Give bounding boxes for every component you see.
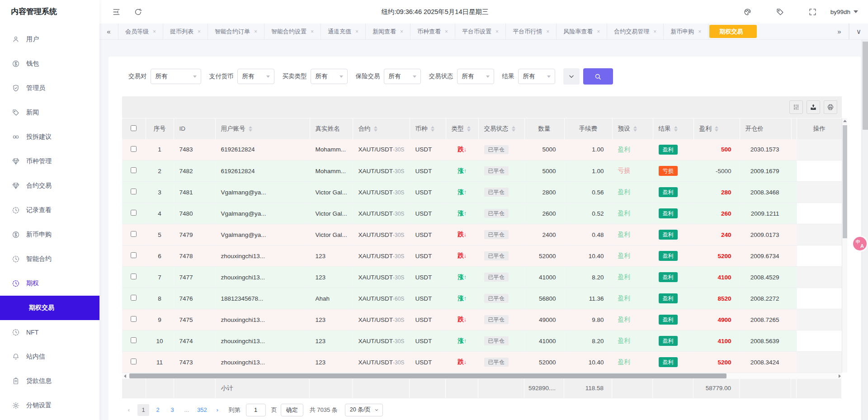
page-scroll-thumb[interactable] — [863, 42, 868, 130]
page-button[interactable]: ‹ — [123, 404, 135, 416]
column-header[interactable] — [791, 118, 797, 139]
tab[interactable]: 智能合约设置 × — [264, 24, 321, 39]
filter-select[interactable]: 所有 — [384, 69, 421, 84]
search-button[interactable] — [583, 68, 613, 85]
tab[interactable]: 会员等级 × — [118, 24, 163, 39]
print-button[interactable] — [824, 100, 837, 114]
tab[interactable]: 期权交易 — [709, 25, 757, 38]
confirm-button[interactable]: 确定 — [281, 404, 303, 416]
refresh-icon[interactable] — [131, 5, 145, 19]
sidebar-item[interactable]: NFT — [0, 320, 99, 344]
tab-close-icon[interactable]: × — [546, 28, 549, 35]
tab[interactable]: 平台币设置 × — [455, 24, 506, 39]
tab[interactable]: 新币申购 × — [664, 24, 708, 39]
sort-icon[interactable] — [674, 126, 678, 132]
tab-close-icon[interactable]: × — [355, 28, 359, 35]
sidebar-item[interactable]: 管理员 — [0, 76, 99, 100]
column-header[interactable]: 合约 — [353, 118, 410, 139]
select-all-checkbox[interactable] — [131, 125, 137, 131]
tabs-menu-icon[interactable]: ∨ — [849, 24, 868, 39]
filter-select[interactable]: 所有 — [518, 69, 555, 84]
tab-close-icon[interactable]: × — [495, 28, 499, 35]
tab-close-icon[interactable]: × — [254, 28, 257, 35]
tabs-scroll-left-icon[interactable]: « — [99, 24, 118, 39]
tab-close-icon[interactable]: × — [198, 28, 201, 35]
sort-icon[interactable] — [374, 126, 377, 132]
tab-close-icon[interactable]: × — [597, 28, 600, 35]
filter-select[interactable]: 所有 — [237, 69, 274, 84]
row-checkbox[interactable] — [131, 359, 137, 364]
sort-icon[interactable] — [633, 126, 637, 132]
sidebar-item[interactable]: 期权 — [0, 271, 99, 296]
export-button[interactable] — [807, 100, 820, 114]
sidebar-item[interactable]: 投拆建议 — [0, 125, 99, 149]
row-checkbox[interactable] — [131, 167, 137, 173]
sidebar-item[interactable]: 新闻 — [0, 100, 99, 125]
column-header[interactable]: 用户账号 — [215, 118, 310, 139]
row-checkbox[interactable] — [131, 337, 137, 343]
sort-icon[interactable] — [249, 126, 252, 132]
row-checkbox[interactable] — [131, 146, 137, 152]
column-header[interactable]: 交易状态 — [478, 118, 524, 139]
row-checkbox[interactable] — [131, 295, 137, 301]
scroll-left-icon[interactable] — [124, 374, 126, 378]
sort-icon[interactable] — [715, 126, 718, 132]
column-header[interactable]: 数量 — [524, 118, 564, 139]
tab-close-icon[interactable]: × — [153, 28, 156, 35]
sidebar-item[interactable]: 新币申购 — [0, 222, 99, 247]
column-header[interactable]: 真实姓名 — [310, 118, 353, 139]
tab-close-icon[interactable]: × — [653, 28, 656, 35]
vertical-scroll-thumb[interactable] — [843, 125, 847, 238]
tab-close-icon[interactable]: × — [311, 28, 314, 35]
sidebar-item[interactable]: 钱包 — [0, 52, 99, 76]
column-header[interactable]: 类型 — [446, 118, 478, 139]
tab-close-icon[interactable]: × — [400, 28, 403, 35]
column-header[interactable]: 开仓价 — [740, 118, 791, 139]
page-size-select[interactable]: 20 条/页 — [345, 404, 383, 416]
sort-icon[interactable] — [467, 126, 471, 132]
tag-icon[interactable] — [774, 5, 787, 19]
table-vertical-scrollbar[interactable] — [842, 118, 847, 373]
theme-palette-icon[interactable] — [741, 5, 755, 19]
page-button[interactable]: ... — [181, 404, 193, 416]
scroll-up-icon[interactable] — [843, 120, 847, 122]
column-header[interactable]: 序号 — [146, 118, 174, 139]
tab[interactable]: 通道充值 × — [321, 24, 366, 39]
row-checkbox[interactable] — [131, 231, 137, 237]
row-checkbox[interactable] — [131, 316, 137, 322]
column-header[interactable]: 盈利 — [693, 118, 740, 139]
column-settings-button[interactable] — [789, 100, 803, 114]
sidebar-item[interactable]: 币种管理 — [0, 149, 99, 174]
sidebar-item[interactable]: 分销设置 — [0, 393, 99, 418]
column-header[interactable]: ID — [174, 118, 215, 139]
sort-icon[interactable] — [512, 126, 515, 132]
column-header[interactable]: 手续费 — [564, 118, 612, 139]
tab[interactable]: 风险率查看 × — [557, 24, 607, 39]
sidebar-item[interactable]: 用户 — [0, 27, 99, 52]
tab-close-icon[interactable]: × — [698, 28, 701, 35]
page-button[interactable]: 352 — [195, 404, 209, 416]
sidebar-item[interactable]: 记录查看 — [0, 198, 99, 222]
tab[interactable]: 新闻查看 × — [366, 24, 410, 39]
sidebar-item[interactable]: 智能合约 — [0, 247, 99, 271]
page-button[interactable]: 2 — [152, 404, 164, 416]
tabs-scroll-right-icon[interactable]: » — [830, 24, 849, 39]
sidebar-item[interactable]: 站内信 — [0, 344, 99, 369]
translate-floating-button[interactable]: 中 A — [853, 237, 867, 250]
tab[interactable]: 平台币行情 × — [506, 24, 557, 39]
table-horizontal-scrollbar[interactable] — [122, 373, 842, 379]
goto-page-input[interactable] — [246, 404, 266, 416]
user-menu[interactable]: by99dh — [830, 9, 858, 15]
page-scrollbar[interactable] — [862, 40, 868, 420]
row-checkbox[interactable] — [131, 252, 137, 258]
column-header[interactable]: 操作 — [797, 118, 842, 139]
column-header[interactable]: 结果 — [653, 118, 693, 139]
sidebar-item[interactable]: 合约交易 — [0, 174, 99, 198]
tab[interactable]: 智能合约订单 × — [208, 24, 264, 39]
sidebar-item[interactable]: 贷款信息 — [0, 369, 99, 393]
filter-expand-button[interactable] — [563, 68, 580, 85]
tab[interactable]: 币种查看 × — [410, 24, 455, 39]
page-button[interactable]: › — [212, 404, 223, 416]
tab-close-icon[interactable]: × — [445, 28, 448, 35]
filter-select[interactable]: 所有 — [457, 69, 494, 84]
